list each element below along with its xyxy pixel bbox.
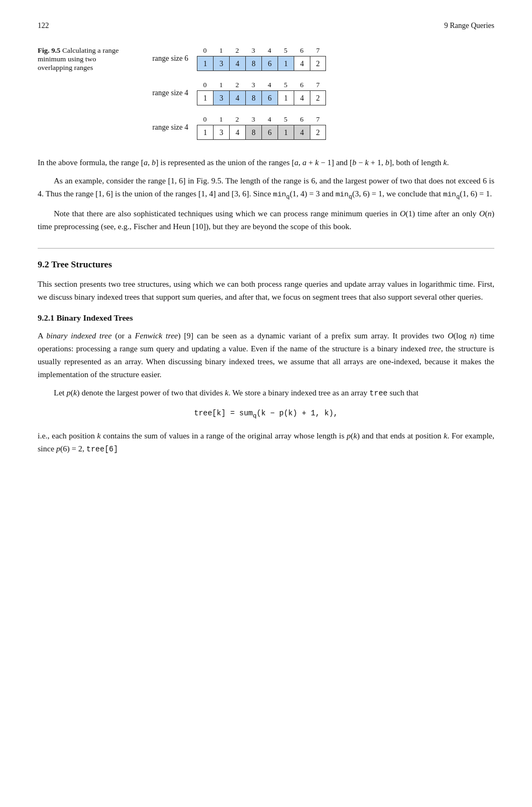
index-cell: 4 xyxy=(261,115,278,124)
range-label-2: range size 4 xyxy=(134,89,188,97)
array-cell: 6 xyxy=(261,125,278,140)
index-cell: 6 xyxy=(294,46,310,55)
index-cell: 1 xyxy=(213,115,229,124)
page-number: 122 xyxy=(38,22,49,30)
after-formula-para: i.e., each position k contains the sum o… xyxy=(38,429,494,455)
range-label-3: range size 4 xyxy=(134,123,188,132)
index-cell: 2 xyxy=(229,115,245,124)
after-formula-text: i.e., each position k contains the sum o… xyxy=(38,429,494,455)
array-diagram-3: 0 1 2 3 4 5 6 7 1 3 4 8 6 xyxy=(197,115,326,140)
index-cell: 0 xyxy=(197,115,213,124)
array-cell: 4 xyxy=(229,90,245,105)
array-diagram-1: 0 1 2 3 4 5 6 7 1 3 4 8 6 xyxy=(197,46,326,71)
section-9-2-intro: This section presents two tree structure… xyxy=(38,278,494,303)
array-cells-3: 1 3 4 8 6 1 4 2 xyxy=(197,125,326,140)
array-cell: 1 xyxy=(197,90,213,105)
array-diagram-2: 0 1 2 3 4 5 6 7 1 3 4 8 6 xyxy=(197,81,326,105)
index-cell: 0 xyxy=(197,46,213,55)
diagram-row-2: range size 4 0 1 2 3 4 5 6 7 1 3 xyxy=(134,81,494,105)
section-divider xyxy=(38,248,494,249)
index-cell: 2 xyxy=(229,81,245,89)
array-cell: 1 xyxy=(197,125,213,140)
index-cell: 6 xyxy=(294,115,310,124)
range-label-1: range size 6 xyxy=(134,54,188,63)
para-2: As an example, consider the range [1, 6]… xyxy=(38,174,494,202)
array-cell: 1 xyxy=(197,56,213,71)
page: 122 9 Range Queries Fig. 9.5 Calculating… xyxy=(0,0,532,807)
section-9-2-body: This section presents two tree structure… xyxy=(38,278,494,303)
chapter-title: 9 Range Queries xyxy=(444,22,494,30)
figure-diagrams: range size 6 0 1 2 3 4 5 6 7 1 3 xyxy=(134,46,494,140)
section-9-2-1-body: A binary indexed tree (or a Fenwick tree… xyxy=(38,329,494,399)
array-cell: 3 xyxy=(213,56,229,71)
array-cell: 4 xyxy=(294,90,310,105)
body-text: In the above formula, the range [a, b] i… xyxy=(38,156,494,233)
array-cell: 2 xyxy=(310,125,326,140)
index-cell: 1 xyxy=(213,46,229,55)
index-cell: 5 xyxy=(278,81,294,89)
array-indices-2: 0 1 2 3 4 5 6 7 xyxy=(197,81,326,89)
para-1: In the above formula, the range [a, b] i… xyxy=(38,156,494,169)
section-9-2-heading: 9.2 Tree Structures xyxy=(38,259,494,270)
array-cell: 1 xyxy=(278,125,294,140)
index-cell: 2 xyxy=(229,46,245,55)
index-cell: 5 xyxy=(278,115,294,124)
index-cell: 1 xyxy=(213,81,229,89)
index-cell: 0 xyxy=(197,81,213,89)
array-cell: 3 xyxy=(213,125,229,140)
page-header: 122 9 Range Queries xyxy=(38,22,494,30)
figure-caption: Fig. 9.5 Calculating a rangeminimum usin… xyxy=(38,46,134,72)
para-3: Note that there are also sophisticated t… xyxy=(38,207,494,233)
array-cell: 2 xyxy=(310,56,326,71)
section-9-2-1-para-1: A binary indexed tree (or a Fenwick tree… xyxy=(38,329,494,381)
figure-label: Fig. 9.5 xyxy=(38,46,60,54)
diagram-row-1: range size 6 0 1 2 3 4 5 6 7 1 3 xyxy=(134,46,494,71)
array-indices-3: 0 1 2 3 4 5 6 7 xyxy=(197,115,326,124)
array-cells-2: 1 3 4 8 6 1 4 2 xyxy=(197,90,326,105)
array-cell: 4 xyxy=(294,56,310,71)
index-cell: 3 xyxy=(245,46,261,55)
index-cell: 3 xyxy=(245,115,261,124)
section-9-2-1-heading: 9.2.1 Binary Indexed Trees xyxy=(38,313,494,323)
array-cell: 3 xyxy=(213,90,229,105)
index-cell: 6 xyxy=(294,81,310,89)
array-cell: 2 xyxy=(310,90,326,105)
array-indices-1: 0 1 2 3 4 5 6 7 xyxy=(197,46,326,55)
index-cell: 7 xyxy=(310,46,326,55)
index-cell: 3 xyxy=(245,81,261,89)
formula-text: tree[k] = sumq(k − p(k) + 1, k), xyxy=(194,409,338,418)
index-cell: 5 xyxy=(278,46,294,55)
array-cell: 8 xyxy=(245,90,261,105)
array-cell: 8 xyxy=(245,56,261,71)
array-cells-1: 1 3 4 8 6 1 4 2 xyxy=(197,56,326,71)
array-cell: 6 xyxy=(261,90,278,105)
index-cell: 7 xyxy=(310,81,326,89)
index-cell: 4 xyxy=(261,81,278,89)
formula-block: tree[k] = sumq(k − p(k) + 1, k), xyxy=(38,409,494,420)
array-cell: 1 xyxy=(278,90,294,105)
diagram-row-3: range size 4 0 1 2 3 4 5 6 7 1 3 xyxy=(134,115,494,140)
index-cell: 7 xyxy=(310,115,326,124)
array-cell: 1 xyxy=(278,56,294,71)
section-9-2-1-para-2: Let p(k) denote the largest power of two… xyxy=(38,386,494,399)
array-cell: 4 xyxy=(229,125,245,140)
array-cell: 4 xyxy=(229,56,245,71)
array-cell: 8 xyxy=(245,125,261,140)
index-cell: 4 xyxy=(261,46,278,55)
figure-section: Fig. 9.5 Calculating a rangeminimum usin… xyxy=(38,46,494,140)
array-cell: 4 xyxy=(294,125,310,140)
array-cell: 6 xyxy=(261,56,278,71)
